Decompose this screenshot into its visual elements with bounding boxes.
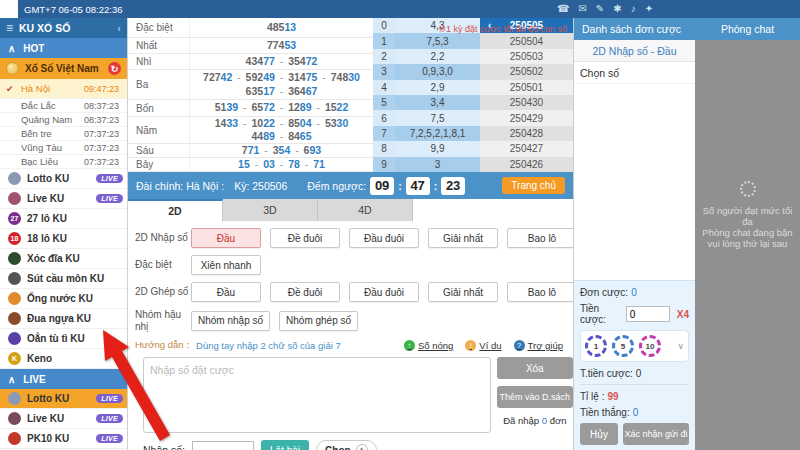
sidebar-item-27-lo-ku[interactable]: 2727 lô KU bbox=[0, 209, 127, 229]
tab-3d[interactable]: 3D bbox=[223, 199, 318, 221]
sidebar-item-live-ku[interactable]: Live KULIVE bbox=[0, 189, 127, 209]
bet-amount-input[interactable] bbox=[626, 306, 670, 322]
sidebar-station-ha-noi[interactable]: ✔Hà Nội09:47:23 bbox=[0, 79, 127, 99]
period-cell[interactable]: 250501 bbox=[480, 80, 573, 95]
live-badge: LIVE bbox=[96, 414, 123, 423]
clear-button[interactable]: Xóa bbox=[497, 357, 573, 379]
confirm-submit-button[interactable]: Xác nhận gửi đi bbox=[623, 423, 689, 445]
sidebar-station-quang-nam[interactable]: ✔Quảng Nam08:37:23 bbox=[0, 113, 127, 127]
flip-card-button[interactable]: Lật bài bbox=[261, 440, 309, 450]
period-cell[interactable]: 250504 bbox=[480, 33, 573, 48]
sidebar-item-pk10-ku[interactable]: PK10 KULIVE bbox=[0, 429, 127, 449]
bet-option-dau-duoi[interactable]: Đầu đuôi bbox=[349, 282, 419, 302]
prize-row-ba: Ba72742 - 59249 - 31475 - 7483063517 - 3… bbox=[128, 70, 373, 100]
sidebar-item-keno[interactable]: KKeno bbox=[0, 349, 127, 369]
cancel-button[interactable]: Hủy bbox=[580, 423, 618, 445]
guide-link-so-nong[interactable]: ↑Số nóng bbox=[404, 340, 453, 351]
bet-option-dau[interactable]: Đầu bbox=[191, 228, 261, 248]
sidebar-item-ong-nuoc-ku[interactable]: Ống nước KU bbox=[0, 289, 127, 309]
prize-label: Năm bbox=[128, 117, 190, 143]
bet-option-bao-lo[interactable]: Bao lô bbox=[507, 228, 577, 248]
settings-icon[interactable]: ✱ bbox=[613, 4, 621, 14]
guide-link-tro-giup[interactable]: ?Trợ giúp bbox=[514, 340, 563, 351]
sidebar-item-xoc-dia-ku[interactable]: Xóc đĩa KU bbox=[0, 249, 127, 269]
number-input[interactable] bbox=[192, 441, 254, 450]
sidebar-item-sut-cau-mon-ku[interactable]: Sút cầu môn KU bbox=[0, 269, 127, 289]
mail-icon[interactable]: ✉ bbox=[578, 4, 586, 14]
tab-2d[interactable]: 2D bbox=[128, 199, 223, 221]
chip-10[interactable]: 10 bbox=[639, 335, 661, 357]
entry-row: Xóa Thêm vào D.sách Đã nhập 0 đơn bbox=[135, 357, 573, 433]
rate-label: Tỉ lệ : bbox=[580, 391, 604, 402]
period-cell[interactable]: 250502 bbox=[480, 64, 573, 79]
section-hot[interactable]: ∧ HOT bbox=[0, 38, 127, 58]
bet-option-bao-lo[interactable]: Bao lô bbox=[507, 282, 577, 302]
chip-5[interactable]: 5 bbox=[612, 335, 634, 357]
replay-icon[interactable]: ↻ bbox=[108, 62, 121, 75]
sidebar-item-live-ku[interactable]: Live KULIVE bbox=[0, 409, 127, 429]
sidebar-station-dac-lac[interactable]: ✔Đắc Lắc08:37:23 bbox=[0, 99, 127, 113]
sidebar-item-label: Đua ngựa KU bbox=[27, 313, 91, 324]
sidebar-item-xo-so-viet-nam[interactable]: Xổ Số Việt Nam ↻ bbox=[0, 58, 127, 79]
period-cell[interactable]: 250430 bbox=[480, 95, 573, 110]
chat-body: Số người đạt mức tối đaPhòng chat đang b… bbox=[695, 40, 800, 450]
choose-button[interactable]: Chọn ∧ bbox=[316, 440, 377, 450]
sidebar-item-oan-tu-ti-ku[interactable]: Oẳn tù tì KU bbox=[0, 329, 127, 349]
pipes-icon bbox=[8, 292, 21, 305]
wifi-icon[interactable]: ✦ bbox=[645, 4, 653, 14]
bet-entry-textarea[interactable] bbox=[143, 357, 491, 433]
sidebar-item-lotto-ku[interactable]: Lotto KULIVE bbox=[0, 389, 127, 409]
separator: - bbox=[319, 71, 328, 83]
number-tail: 17 bbox=[263, 85, 275, 97]
bet-option-nhom-ghep-so[interactable]: Nhóm ghép số bbox=[279, 311, 358, 331]
bet-option-nhom-nhap-so[interactable]: Nhóm nhập số bbox=[191, 311, 270, 331]
prize-values: 5139 - 6572 - 1289 - 1522 bbox=[190, 100, 373, 116]
digit-row: 22,2250503 bbox=[373, 49, 573, 64]
sidebar-item-lotto-ku[interactable]: Lotto KULIVE bbox=[0, 169, 127, 189]
chevron-down-icon[interactable]: ∨ bbox=[677, 341, 684, 351]
add-to-list-button[interactable]: Thêm vào D.sách bbox=[497, 386, 573, 408]
number-tail: 78 bbox=[288, 158, 300, 170]
main-panel: Đặc biệt48513Nhất77453Nhì43477 - 35472Ba… bbox=[128, 18, 573, 450]
promo-icon[interactable]: ✎ bbox=[596, 4, 604, 14]
collapse-icon[interactable]: ‹ bbox=[117, 22, 121, 34]
period-cell[interactable]: 250503 bbox=[480, 49, 573, 64]
sidebar-title: KU XỔ SỐ bbox=[19, 22, 70, 34]
period-cell[interactable]: 250426 bbox=[480, 157, 573, 172]
bet-option-dau-duoi[interactable]: Đầu đuôi bbox=[349, 228, 419, 248]
sidebar-station-ben-tre[interactable]: ✔Bến tre07:37:23 bbox=[0, 127, 127, 141]
sidebar-item-label: Xóc đĩa KU bbox=[27, 253, 80, 264]
prize-values: 77453 bbox=[190, 38, 373, 53]
prize-line: 771 - 354 - 693 bbox=[242, 144, 321, 157]
bet-option-de-duoi[interactable]: Đề đuôi bbox=[270, 228, 340, 248]
home-button[interactable]: Trang chủ bbox=[502, 177, 565, 194]
prize-results-table: Đặc biệt48513Nhất77453Nhì43477 - 35472Ba… bbox=[128, 18, 373, 172]
bet-option-giai-nhat[interactable]: Giải nhất bbox=[428, 228, 498, 248]
tab-4d[interactable]: 4D bbox=[318, 199, 413, 221]
section-live[interactable]: ∧ LIVE bbox=[0, 369, 127, 389]
bet-option-dau[interactable]: Đầu bbox=[191, 282, 261, 302]
sound-icon[interactable]: ♪ bbox=[631, 4, 636, 14]
bet-option-giai-nhat[interactable]: Giải nhất bbox=[428, 282, 498, 302]
bet-row-label: 2D Nhập số bbox=[135, 232, 191, 244]
sidebar-header[interactable]: ≡ KU XỔ SỐ ‹ bbox=[0, 18, 127, 38]
digit-cell: 3 bbox=[373, 64, 395, 79]
sidebar-station-vung-tau[interactable]: ✔Vũng Tàu07:37:23 bbox=[0, 141, 127, 155]
period-cell[interactable]: 250429 bbox=[480, 110, 573, 125]
guide-link-vi-du[interactable]: !Ví dụ bbox=[465, 340, 501, 351]
separator: - bbox=[277, 55, 286, 67]
digit-row: 42,9250501 bbox=[373, 80, 573, 95]
sidebar-item-dua-ngua-ku[interactable]: Đua ngựa KU bbox=[0, 309, 127, 329]
sidebar-item-18-lo-ku[interactable]: 1818 lô KU bbox=[0, 229, 127, 249]
chip-1[interactable]: 1 bbox=[585, 335, 607, 357]
menu-icon[interactable]: ≡ bbox=[6, 21, 13, 35]
bet-option-de-duoi[interactable]: Đề đuôi bbox=[270, 282, 340, 302]
chevron-up-icon: ∧ bbox=[356, 444, 368, 450]
period-cell[interactable]: 250428 bbox=[480, 126, 573, 141]
sidebar-station-bac-lieu[interactable]: ✔Bạc Liêu07:37:23 bbox=[0, 155, 127, 169]
support-icon[interactable]: ☎ bbox=[557, 4, 569, 14]
prize-line: 72742 - 59249 - 31475 - 74830 bbox=[203, 71, 360, 84]
prize-label: Bốn bbox=[128, 100, 190, 116]
bet-option-xien-nhanh[interactable]: Xiên nhanh bbox=[191, 255, 261, 275]
period-cell[interactable]: 250427 bbox=[480, 141, 573, 156]
